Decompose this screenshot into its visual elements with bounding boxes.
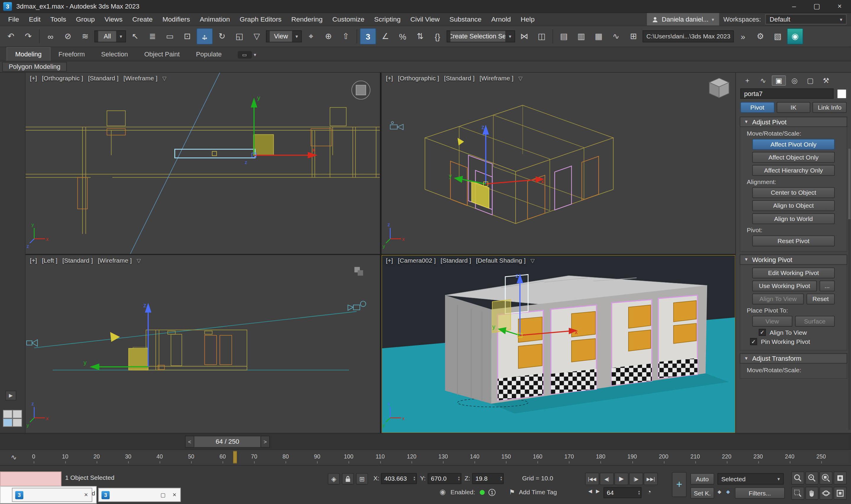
next-frame-button[interactable]: > — [260, 436, 270, 448]
center-to-object-button[interactable]: Center to Object — [752, 187, 835, 198]
viewport-top-left[interactable]: y x z y x — [25, 73, 380, 254]
menu-substance[interactable]: Substance — [445, 14, 486, 25]
absolute-offset-mode-toggle[interactable]: ⊞ — [356, 473, 368, 485]
align-to-view-button[interactable]: Align To View — [752, 294, 804, 305]
viewport-standard-menu[interactable]: [Standard ] — [444, 75, 474, 81]
use-working-pivot-button[interactable]: Use Working Pivot — [752, 281, 817, 292]
tab-ik[interactable]: IK — [777, 102, 811, 113]
tab-modeling[interactable]: Modeling — [6, 47, 50, 61]
minimize-button[interactable]: – — [783, 0, 805, 13]
restore-icon[interactable]: ▢ — [157, 492, 169, 498]
workspace-selector[interactable]: Default ▾ — [765, 14, 847, 24]
go-to-end-button[interactable]: ▶▶| — [644, 473, 658, 485]
select-by-name-button[interactable]: ≣ — [144, 29, 161, 44]
place-pivot-view-button[interactable]: View — [752, 316, 792, 327]
per-view-filter-icon[interactable]: ▽ — [137, 258, 141, 264]
time-configuration-icon[interactable]: ◔ — [647, 488, 651, 496]
bind-to-space-warp-button[interactable]: ≋ — [77, 29, 93, 44]
edit-working-pivot-button[interactable]: Edit Working Pivot — [752, 268, 835, 278]
expand-tray-button[interactable]: ▶ — [5, 391, 16, 400]
rollout-header-working-pivot[interactable]: ▼ Working Pivot — [740, 254, 847, 265]
select-and-move-button[interactable]: ↔↕ — [197, 29, 213, 44]
viewport-layout-icon[interactable] — [2, 409, 23, 428]
viewport-top-left-canvas[interactable]: y x z y x — [25, 73, 380, 254]
unlink-selection-button[interactable]: ⊘ — [60, 29, 76, 44]
snaps-toggle-button[interactable]: 3 — [360, 29, 376, 44]
key-filters-button[interactable]: Filters... — [735, 487, 785, 499]
key-filter-icon[interactable]: ◆ — [726, 489, 730, 494]
menu-civil-view[interactable]: Civil View — [405, 14, 445, 25]
viewport-general-menu[interactable]: [+] — [386, 257, 393, 264]
zoom-button[interactable] — [791, 471, 804, 485]
selection-lock-toggle[interactable] — [342, 473, 354, 485]
polygon-modeling-panel[interactable]: Polygon Modeling — [2, 62, 67, 72]
user-account-menu[interactable]: Daniela daniel... ▾ — [647, 13, 719, 25]
spinner-icon[interactable]: ▴▾ — [636, 490, 640, 496]
align-to-world-button[interactable]: Align to World — [752, 213, 835, 224]
close-icon[interactable]: × — [80, 491, 92, 499]
working-pivot-options-button[interactable]: ... — [819, 281, 834, 292]
menu-animation[interactable]: Animation — [195, 14, 235, 25]
menu-group[interactable]: Group — [71, 14, 99, 25]
curve-editor-button[interactable]: ∿ — [608, 29, 624, 44]
select-object-button[interactable]: ↖ — [127, 29, 143, 44]
select-and-link-button[interactable]: ∞ — [42, 29, 58, 44]
viewport-camera-canvas[interactable]: z x y z x y — [381, 255, 736, 433]
time-slider-row[interactable]: < 64 / 250 > — [0, 433, 851, 449]
more-tools-button[interactable]: » — [735, 29, 751, 44]
select-and-manipulate-button[interactable]: ⊕ — [320, 29, 337, 44]
viewport-shading-menu[interactable]: [Wireframe ] — [98, 257, 132, 264]
affect-pivot-only-button[interactable]: Affect Pivot Only — [752, 139, 835, 150]
pan-button[interactable] — [805, 487, 818, 500]
ribbon-media-button[interactable]: ▭ ▾ — [238, 51, 256, 61]
named-selection-sets[interactable]: Create Selection Set▾ — [447, 31, 515, 42]
object-name-field[interactable]: porta7 — [740, 88, 834, 99]
reset-pivot-button[interactable]: Reset Pivot — [752, 235, 835, 246]
viewport-top-right[interactable]: z x y — [381, 73, 736, 254]
object-color-swatch[interactable] — [837, 89, 847, 98]
spinner-snap-toggle-button[interactable]: ⇅ — [412, 29, 428, 44]
viewport-pov-menu[interactable]: [Camera002 ] — [398, 257, 436, 264]
viewport-general-menu[interactable]: [+] — [30, 75, 37, 81]
rendered-frame-window-button[interactable]: ▧ — [769, 29, 786, 44]
affect-hierarchy-only-button[interactable]: Affect Hierarchy Only — [752, 165, 835, 176]
enabled-indicator-icon[interactable]: ◉ — [440, 488, 446, 496]
viewport-pov-menu[interactable]: [Orthographic ] — [42, 75, 83, 81]
align-button[interactable]: ◫ — [533, 29, 550, 44]
menu-customize[interactable]: Customize — [327, 14, 369, 25]
mini-window-2[interactable]: 3 ▢ × — [98, 488, 181, 502]
per-view-filter-icon[interactable]: ▽ — [518, 75, 522, 81]
align-to-view-checkbox[interactable]: ✓ Align To View — [759, 329, 840, 336]
menu-modifiers[interactable]: Modifiers — [158, 14, 195, 25]
modify-panel-tab[interactable]: ∿ — [756, 75, 770, 86]
select-and-place-button[interactable]: ▽ — [249, 29, 265, 44]
go-to-start-button[interactable]: |◀◀ — [585, 473, 599, 485]
viewport-general-menu[interactable]: [+] — [386, 75, 393, 81]
isolate-selection-toggle[interactable]: ◈ — [328, 473, 340, 485]
render-setup-button[interactable]: ⚙ — [752, 29, 768, 44]
x-coordinate-field[interactable]: 403.663 ▴▾ — [381, 473, 417, 484]
time-slider-value[interactable]: 64 / 250 — [195, 436, 260, 448]
angle-snap-toggle-button[interactable]: ∠ — [377, 29, 394, 44]
utilities-panel-tab[interactable]: ⚒ — [819, 75, 833, 86]
set-keys-button[interactable]: + — [672, 472, 687, 497]
viewport-shading-menu[interactable]: [Wireframe ] — [124, 75, 158, 81]
select-and-rotate-button[interactable]: ↻ — [214, 29, 230, 44]
keyboard-shortcut-override-button[interactable]: ⇧ — [338, 29, 354, 44]
tab-object-paint[interactable]: Object Paint — [136, 48, 188, 61]
reference-coordinate-system[interactable]: View▾ — [266, 31, 302, 42]
play-button[interactable]: ▶ — [614, 473, 629, 485]
tab-pivot[interactable]: Pivot — [740, 102, 774, 113]
auto-key-button[interactable]: Auto — [690, 473, 714, 485]
maximize-button[interactable]: ▢ — [805, 0, 828, 13]
close-icon[interactable]: × — [169, 491, 180, 499]
select-and-scale-button[interactable]: ◱ — [231, 29, 247, 44]
redo-button[interactable]: ↷ — [20, 29, 36, 44]
menu-help[interactable]: Help — [515, 14, 539, 25]
viewport-standard-menu[interactable]: [Standard ] — [88, 75, 119, 81]
window-crossing-toggle-button[interactable]: ⊡ — [179, 29, 195, 44]
current-frame-marker[interactable] — [233, 451, 237, 463]
viewport-shading-menu[interactable]: [Wireframe ] — [479, 75, 513, 81]
viewcube[interactable] — [709, 78, 729, 97]
rollout-header-adjust-transform[interactable]: ▼ Adjust Transform — [740, 353, 847, 364]
